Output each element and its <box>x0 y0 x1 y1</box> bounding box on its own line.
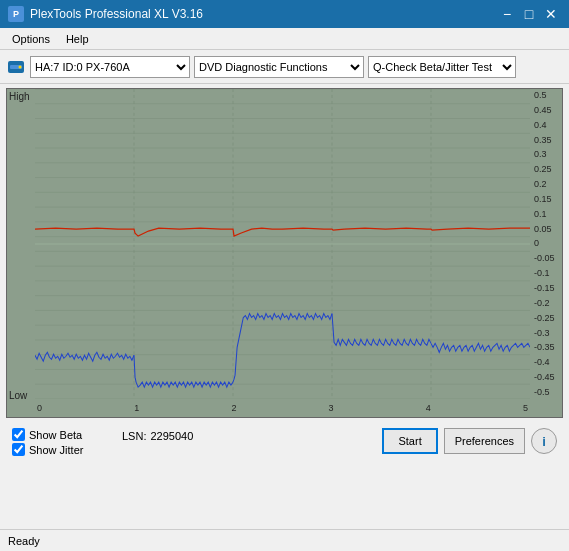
drive-icon <box>6 57 26 77</box>
window-title: PlexTools Professional XL V3.16 <box>30 7 203 21</box>
minimize-button[interactable]: − <box>497 4 517 24</box>
function-select[interactable]: DVD Diagnostic Functions <box>194 56 364 78</box>
status-bar: Ready <box>0 529 569 551</box>
show-beta-label: Show Beta <box>29 429 82 441</box>
checkboxes: Show Beta Show Jitter <box>12 428 122 456</box>
title-bar: P PlexTools Professional XL V3.16 − □ ✕ <box>0 0 569 28</box>
svg-point-2 <box>19 65 22 68</box>
bottom-panel: Show Beta Show Jitter LSN: 2295040 Start… <box>6 424 563 460</box>
main-content: High Low 0.5 0.45 0.4 0.35 0.3 0.25 0.2 … <box>0 84 569 464</box>
right-buttons: Start Preferences i <box>382 428 557 454</box>
lsn-value: 2295040 <box>150 430 193 442</box>
start-button[interactable]: Start <box>382 428 437 454</box>
chart-area <box>35 89 530 399</box>
info-button[interactable]: i <box>531 428 557 454</box>
test-select[interactable]: Q-Check Beta/Jitter Test <box>368 56 516 78</box>
status-text: Ready <box>8 535 40 547</box>
chart-label-low: Low <box>9 390 27 401</box>
toolbar: HA:7 ID:0 PX-760A DVD Diagnostic Functio… <box>0 50 569 84</box>
show-jitter-label: Show Jitter <box>29 444 83 456</box>
preferences-button[interactable]: Preferences <box>444 428 525 454</box>
drive-select[interactable]: HA:7 ID:0 PX-760A <box>30 56 190 78</box>
chart-label-high: High <box>9 91 30 102</box>
show-beta-checkbox[interactable] <box>12 428 25 441</box>
menu-help[interactable]: Help <box>58 31 97 47</box>
menu-options[interactable]: Options <box>4 31 58 47</box>
show-jitter-checkbox[interactable] <box>12 443 25 456</box>
info-icon: i <box>542 434 546 449</box>
window-controls: − □ ✕ <box>497 4 561 24</box>
menu-bar: Options Help <box>0 28 569 50</box>
lsn-label: LSN: <box>122 430 146 442</box>
chart-svg <box>35 89 530 399</box>
chart-container: High Low 0.5 0.45 0.4 0.35 0.3 0.25 0.2 … <box>6 88 563 418</box>
show-jitter-row: Show Jitter <box>12 443 122 456</box>
maximize-button[interactable]: □ <box>519 4 539 24</box>
lsn-area: LSN: 2295040 <box>122 428 382 442</box>
close-button[interactable]: ✕ <box>541 4 561 24</box>
y-axis-right: 0.5 0.45 0.4 0.35 0.3 0.25 0.2 0.15 0.1 … <box>532 89 562 399</box>
x-axis: 0 1 2 3 4 5 <box>35 399 530 417</box>
app-icon: P <box>8 6 24 22</box>
show-beta-row: Show Beta <box>12 428 122 441</box>
